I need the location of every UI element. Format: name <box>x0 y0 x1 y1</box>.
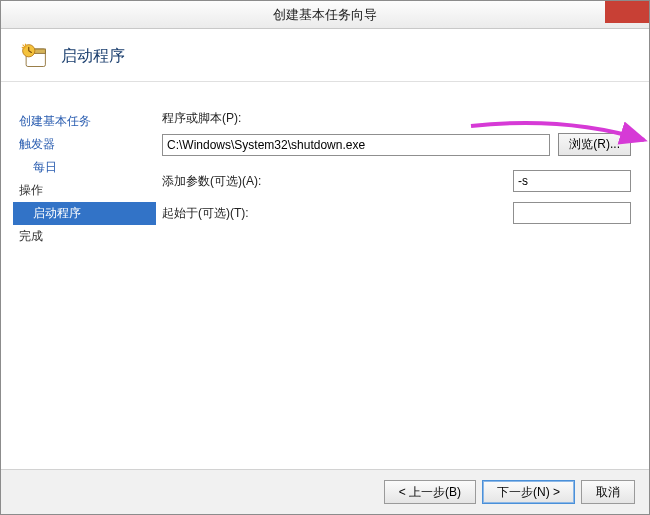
args-label: 添加参数(可选)(A): <box>162 173 513 190</box>
sidebar-item-action[interactable]: 操作 <box>13 179 156 202</box>
startin-label: 起始于(可选)(T): <box>162 205 513 222</box>
window-title: 创建基本任务向导 <box>273 6 377 24</box>
next-button-label: 下一步(N) > <box>497 485 560 499</box>
sidebar: 创建基本任务 触发器 每日 操作 启动程序 完成 <box>1 82 156 469</box>
startin-input[interactable] <box>513 202 631 224</box>
args-input[interactable] <box>513 170 631 192</box>
sidebar-item-label: 每日 <box>33 160 57 174</box>
sidebar-item-label: 操作 <box>19 183 43 197</box>
back-button[interactable]: < 上一步(B) <box>384 480 476 504</box>
browse-button[interactable]: 浏览(R)... <box>558 133 631 156</box>
wizard-window: 创建基本任务向导 启动程序 创建基本任务 触发器 每日 操作 启动程序 完成 <box>0 0 650 515</box>
wizard-body: 创建基本任务 触发器 每日 操作 启动程序 完成 程序或脚本(P): 浏览(R)… <box>1 82 649 469</box>
sidebar-item-daily[interactable]: 每日 <box>13 156 156 179</box>
sidebar-item-finish[interactable]: 完成 <box>13 225 156 248</box>
task-wizard-icon <box>19 41 49 71</box>
wizard-header: 启动程序 <box>1 29 649 82</box>
cancel-button[interactable]: 取消 <box>581 480 635 504</box>
next-button[interactable]: 下一步(N) > <box>482 480 575 504</box>
sidebar-item-label: 触发器 <box>19 137 55 151</box>
sidebar-item-create-basic-task[interactable]: 创建基本任务 <box>13 110 156 133</box>
cancel-button-label: 取消 <box>596 485 620 499</box>
titlebar: 创建基本任务向导 <box>1 1 649 29</box>
content-pane: 程序或脚本(P): 浏览(R)... 添加参数(可选)(A): 起始于(可选)(… <box>156 82 649 469</box>
page-title: 启动程序 <box>61 46 125 67</box>
sidebar-item-label: 启动程序 <box>33 206 81 220</box>
close-button[interactable] <box>605 1 649 23</box>
back-button-label: < 上一步(B) <box>399 485 461 499</box>
sidebar-item-start-program[interactable]: 启动程序 <box>13 202 156 225</box>
sidebar-item-label: 完成 <box>19 229 43 243</box>
wizard-footer: < 上一步(B) 下一步(N) > 取消 <box>1 469 649 514</box>
program-input[interactable] <box>162 134 550 156</box>
program-label: 程序或脚本(P): <box>162 111 241 125</box>
browse-button-label: 浏览(R)... <box>569 137 620 151</box>
sidebar-item-label: 创建基本任务 <box>19 114 91 128</box>
sidebar-item-trigger[interactable]: 触发器 <box>13 133 156 156</box>
